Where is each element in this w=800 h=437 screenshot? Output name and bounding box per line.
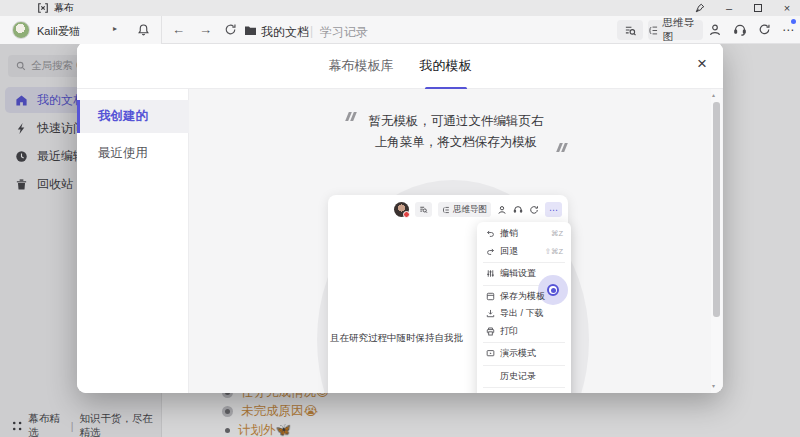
empty-state-line1: 暂无模板，可通过文件编辑页右 <box>369 111 544 132</box>
highlight-radio-dot <box>547 284 559 296</box>
sync-icon[interactable] <box>758 23 771 36</box>
menu-label: 保存为模板 <box>500 290 545 303</box>
menu-label: 撤销 <box>500 227 518 240</box>
profile-caret-icon[interactable]: ▸ <box>113 24 117 33</box>
menu-label: 演示模式 <box>500 347 536 360</box>
menu-label: 使用教程 <box>500 392 536 393</box>
templates-modal: 幕布模板库 我的模板 × 我创建的 最近使用 暂无模板，可通过文件编辑页右 上角… <box>77 42 723 393</box>
undo-icon <box>485 229 495 239</box>
menu-divider <box>483 365 565 366</box>
list-search-icon <box>419 205 428 214</box>
minimize-button[interactable]: – <box>718 0 740 16</box>
mindmap-label: 思维导图 <box>453 204 487 216</box>
nav-forward-button[interactable]: → <box>199 22 212 38</box>
mindmap-toggle-button[interactable]: 思维导图 <box>648 20 703 40</box>
menu-label: 编辑设置 <box>500 267 536 280</box>
menu-divider <box>483 262 565 263</box>
menu-item-tutorial: 使用教程 <box>477 390 571 393</box>
tab-my-templates[interactable]: 我的模板 <box>420 42 472 89</box>
scroll-up-arrow[interactable]: ▴ <box>712 91 715 98</box>
menu-shortcut: ⌘Z <box>551 229 563 238</box>
user-avatar[interactable] <box>12 21 30 39</box>
refresh-icon[interactable] <box>224 23 237 36</box>
modal-scrollbar[interactable]: ▴ ▾ <box>711 89 722 393</box>
profile-name[interactable]: Kaili爱猫 <box>37 24 80 39</box>
mindmap-icon <box>648 25 659 36</box>
window-title: 幕布 <box>54 1 74 15</box>
title-bar: 幕布 – × <box>0 0 800 16</box>
tab-label: 我的模板 <box>420 57 472 75</box>
app-window: 幕布 – × Kaili爱猫 ▸ ← → <box>0 0 800 437</box>
illustration-card: 思维导图 ⋯ 且在研究过程中随时保持自我批 <box>328 195 568 393</box>
share-collaborate-icon <box>497 205 507 215</box>
support-headset-icon <box>513 205 523 215</box>
app-header-bar: Kaili爱猫 ▸ ← → 我的文档 | 学习记录 <box>0 16 800 44</box>
empty-state: 暂无模板，可通过文件编辑页右 上角菜单，将文档保存为模板 <box>189 111 723 153</box>
template-icon <box>485 291 495 301</box>
maximize-icon <box>754 4 762 12</box>
illustration-more-button: ⋯ <box>545 202 562 217</box>
presentation-icon <box>485 349 495 359</box>
sync-icon <box>529 205 539 215</box>
menu-item-presentation-mode: 演示模式 <box>477 345 571 363</box>
list-search-icon <box>624 24 637 37</box>
illustration-mindmap-button: 思维导图 <box>438 202 491 217</box>
menu-label: 导出 / 下载 <box>500 307 544 320</box>
redo-icon <box>485 246 495 256</box>
panel-item-recently-used[interactable]: 最近使用 <box>77 137 189 170</box>
download-icon <box>485 309 495 319</box>
empty-state-line2: 上角菜单，将文档保存为模板 <box>369 132 544 153</box>
menu-item-redo: 回退 ⇧⌘Z <box>477 243 571 261</box>
no-icon <box>485 371 495 381</box>
modal-content: 暂无模板，可通过文件编辑页右 上角菜单，将文档保存为模板 <box>189 89 723 393</box>
menu-item-undo: 撤销 ⌘Z <box>477 225 571 243</box>
menu-label: 回退 <box>500 245 518 258</box>
modal-close-button[interactable]: × <box>697 54 707 74</box>
panel-item-created-by-me[interactable]: 我创建的 <box>77 100 189 133</box>
notification-dot <box>791 19 796 24</box>
menu-divider <box>483 342 565 343</box>
menu-item-export-download: 导出 / 下载 <box>477 305 571 323</box>
scrollbar-thumb[interactable] <box>713 102 720 317</box>
tab-template-library[interactable]: 幕布模板库 <box>329 42 394 89</box>
bell-icon[interactable] <box>137 23 150 37</box>
close-window-button[interactable]: × <box>776 0 798 16</box>
modal-header: 幕布模板库 我的模板 × <box>77 42 723 89</box>
profile-area: Kaili爱猫 ▸ <box>0 16 162 44</box>
mindmap-label: 思维导图 <box>663 16 703 44</box>
illustration-doc-text: 且在研究过程中随时保持自我批 <box>330 332 463 345</box>
menu-label: 历史记录 <box>500 370 536 383</box>
app-logo-icon <box>37 2 49 14</box>
menu-divider <box>483 387 565 388</box>
modal-side-panel: 我创建的 最近使用 <box>77 89 189 393</box>
pin-icon[interactable] <box>689 0 711 16</box>
illustration-toolbar: 思维导图 ⋯ <box>328 201 562 218</box>
nav-back-button[interactable]: ← <box>172 22 185 38</box>
breadcrumb-current[interactable]: 学习记录 <box>320 24 368 41</box>
support-headset-icon[interactable] <box>733 23 747 37</box>
menu-item-print: 打印 <box>477 323 571 341</box>
illustration-dropdown-menu: 撤销 ⌘Z 回退 ⇧⌘Z 编辑 <box>477 222 571 393</box>
share-collaborate-icon[interactable] <box>708 23 722 37</box>
menu-label: 打印 <box>500 325 518 338</box>
illustration-avatar <box>394 202 409 217</box>
scroll-down-arrow[interactable]: ▾ <box>712 382 715 389</box>
illustration-search-button <box>415 202 432 217</box>
breadcrumb-separator: | <box>310 24 313 38</box>
search-docs-button[interactable] <box>617 20 643 40</box>
menu-item-edit-settings: 编辑设置 <box>477 265 571 283</box>
quote-open-icon <box>347 112 355 121</box>
folder-icon <box>244 25 257 36</box>
mindmap-icon <box>442 206 450 214</box>
printer-icon <box>485 326 495 336</box>
maximize-button[interactable] <box>747 0 769 16</box>
quote-close-icon <box>558 143 566 152</box>
menu-shortcut: ⇧⌘Z <box>545 247 563 256</box>
breadcrumb-folder[interactable]: 我的文档 <box>261 24 309 41</box>
menu-item-history: 历史记录 <box>477 368 571 386</box>
sliders-icon <box>485 269 495 279</box>
